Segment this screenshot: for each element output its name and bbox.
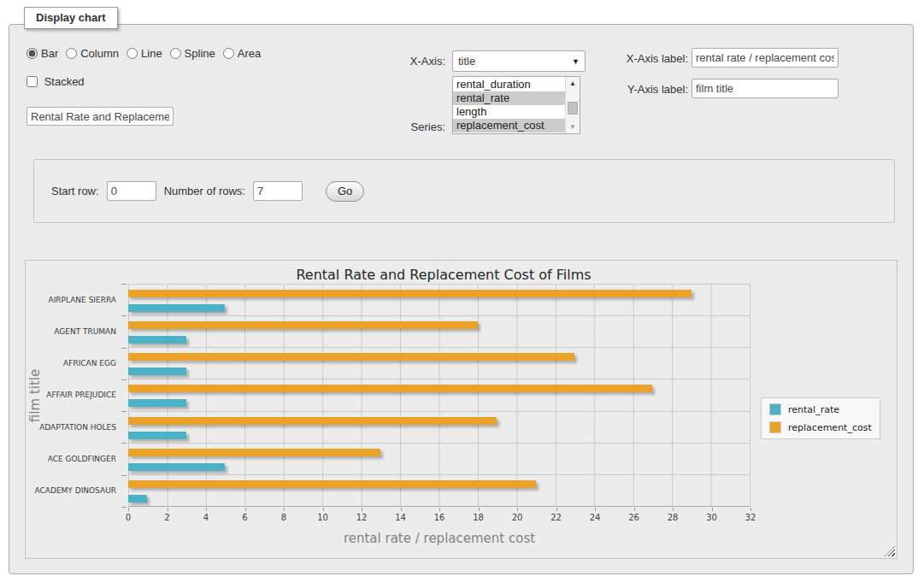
chart-type-option-bar[interactable]: Bar	[26, 47, 58, 60]
chart-type-radio-group: BarColumnLineSplineArea	[26, 47, 261, 60]
x-axis-select[interactable]: title ▼	[452, 50, 586, 72]
x-axis-selected-value: title	[458, 55, 475, 68]
x-axis-label-label: X-Axis label:	[608, 52, 688, 65]
bar-replacement_cost	[128, 353, 574, 361]
chart-category-row	[128, 285, 750, 316]
category-label: AIRPLANE SIERRA	[26, 284, 122, 315]
x-axis-tick-label: 16	[422, 513, 456, 522]
y-axis-label-label: Y-Axis label:	[608, 83, 688, 96]
chart-type-option-spline[interactable]: Spline	[170, 47, 215, 60]
x-axis-tick	[712, 508, 713, 511]
x-axis-tick-label: 14	[384, 513, 418, 522]
chart-container: Rental Rate and Replacement Cost of Film…	[25, 260, 898, 559]
legend-label: rental_rate	[788, 404, 839, 415]
bar-rental_rate	[128, 336, 186, 344]
chevron-down-icon: ▼	[572, 57, 580, 66]
stacked-checkbox[interactable]	[26, 76, 38, 87]
chart-type-option-area[interactable]: Area	[223, 47, 261, 60]
series-option-rental_duration[interactable]: rental_duration	[453, 78, 565, 91]
x-axis-tick	[556, 508, 557, 511]
x-axis-tick	[245, 508, 246, 511]
series-listbox[interactable]: rental_durationrental_ratelengthreplacem…	[452, 76, 580, 134]
chart-type-radio-line[interactable]	[127, 48, 138, 59]
x-axis-tick	[362, 508, 362, 511]
series-listbox-label: Series:	[360, 121, 445, 133]
x-axis-tick-label: 6	[228, 513, 262, 522]
x-axis-tick	[479, 508, 480, 511]
x-axis-tick-label: 32	[733, 513, 768, 522]
x-axis-tick-label: 28	[656, 513, 690, 522]
bar-replacement_cost	[128, 480, 536, 488]
x-axis-tick-label: 30	[695, 513, 729, 522]
chart-legend: rental_ratereplacement_cost	[761, 397, 880, 439]
x-axis-tick	[634, 508, 635, 511]
chart-type-option-line[interactable]: Line	[127, 47, 162, 60]
bar-replacement_cost	[128, 417, 497, 425]
x-axis-tick	[673, 508, 674, 511]
x-axis-label-input[interactable]	[692, 48, 839, 68]
x-axis-tick-label: 18	[462, 513, 496, 522]
x-axis-tick	[206, 508, 207, 511]
x-axis-tick	[401, 508, 402, 511]
plot-area	[128, 284, 750, 507]
category-label: ACE GOLDFINGER	[26, 443, 122, 474]
x-axis-tick	[439, 508, 440, 511]
x-axis-select-label: X-Axis:	[360, 55, 445, 68]
resize-handle-icon[interactable]	[885, 546, 895, 556]
legend-entry-rental_rate: rental_rate	[769, 403, 872, 415]
chart-title-input[interactable]	[26, 107, 174, 126]
chart-type-label: Column	[80, 47, 119, 60]
legend-swatch-rental_rate	[769, 403, 781, 415]
series-scrollbar[interactable]: ▲ ▼	[565, 77, 580, 133]
chart-type-radio-spline[interactable]	[170, 48, 181, 59]
x-axis-tick	[128, 508, 129, 511]
x-axis-tick-label: 12	[344, 513, 379, 522]
scrollbar-track[interactable]	[566, 90, 580, 121]
category-label: ACADEMY DINOSAUR	[26, 475, 122, 507]
series-listbox-options: rental_durationrental_ratelengthreplacem…	[453, 77, 565, 133]
x-axis-tick-label: 24	[578, 513, 612, 522]
bar-rental_rate	[128, 495, 147, 503]
x-axis-tick	[595, 508, 596, 511]
x-axis-tick	[517, 508, 518, 511]
chart-type-radio-bar[interactable]	[26, 48, 38, 59]
legend-swatch-replacement_cost	[769, 421, 781, 433]
chart-type-option-column[interactable]: Column	[66, 47, 119, 60]
start-row-input[interactable]	[107, 181, 156, 201]
chart-type-radio-area[interactable]	[223, 48, 234, 59]
stacked-label: Stacked	[44, 75, 85, 88]
x-axis-tick-label: 26	[617, 513, 651, 522]
number-of-rows-input[interactable]	[253, 181, 303, 201]
bar-rental_rate	[128, 463, 225, 471]
bar-replacement_cost	[128, 321, 478, 329]
x-axis-tick-label: 10	[306, 513, 340, 522]
x-axis-title: rental rate / replacement cost	[128, 531, 750, 546]
series-option-length[interactable]: length	[453, 105, 565, 119]
y-axis-tick	[121, 411, 127, 412]
x-axis-tick	[284, 508, 285, 511]
scroll-up-icon[interactable]: ▲	[566, 77, 580, 90]
panel-legend: Display chart	[24, 7, 118, 29]
chart-type-radio-column[interactable]	[66, 48, 77, 59]
chart-type-label: Spline	[185, 47, 215, 60]
chart-type-label: Bar	[41, 47, 58, 60]
go-button[interactable]: Go	[326, 181, 364, 202]
x-axis-tick	[750, 508, 751, 511]
series-option-rental_rate[interactable]: rental_rate	[453, 91, 565, 105]
chart-type-label: Line	[141, 47, 162, 60]
series-option-replacement_cost[interactable]: replacement_cost	[453, 119, 565, 132]
scrollbar-thumb[interactable]	[568, 102, 578, 115]
x-axis-tick-label: 22	[539, 513, 574, 522]
bar-rental_rate	[128, 399, 186, 407]
row-range-panel: Start row: Number of rows: Go	[33, 159, 895, 223]
chart-title: Rental Rate and Replacement Cost of Film…	[26, 267, 862, 283]
stacked-checkbox-row[interactable]: Stacked	[26, 75, 85, 88]
page: Display chart BarColumnLineSplineArea St…	[0, 0, 924, 582]
y-axis-label-input[interactable]	[692, 79, 839, 98]
category-label: AFFAIR PREJUDICE	[26, 379, 122, 411]
chart-category-row	[128, 444, 750, 475]
bar-replacement_cost	[128, 385, 652, 392]
category-label: AGENT TRUMAN	[26, 315, 122, 347]
scroll-down-icon[interactable]: ▼	[566, 121, 580, 133]
chart-type-label: Area	[238, 47, 261, 60]
